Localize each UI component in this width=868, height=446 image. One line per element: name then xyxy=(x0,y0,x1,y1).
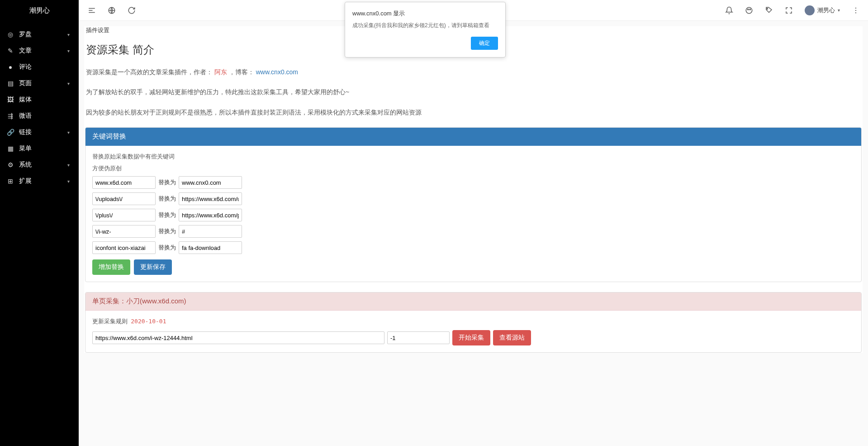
svg-point-10 xyxy=(855,12,856,13)
refresh-icon[interactable] xyxy=(128,6,136,14)
replace-to-input[interactable] xyxy=(179,241,242,254)
svg-point-6 xyxy=(749,9,750,10)
menu-icon: ▦ xyxy=(6,144,14,153)
replace-from-input[interactable] xyxy=(92,209,156,221)
single-collect-panel: 单页采集：小刀(www.x6d.com) 更新采集规则 2020-10-01 开… xyxy=(85,292,862,353)
svg-point-8 xyxy=(855,7,856,8)
replace-label: 替换为 xyxy=(158,178,176,187)
sidebar-menu: ◎ 罗盘 ▾ ✎ 文章 ▾ ● 评论 ▤ 页面 ▾ 🖼 媒体 xyxy=(0,21,79,189)
sidebar-item-page[interactable]: ▤ 页面 ▾ xyxy=(0,75,79,91)
intro-line-2: 为了解放站长的双手，减轻网站更新维护的压力，特此推出这款采集工具，希望大家用的舒… xyxy=(85,87,862,97)
globe-icon[interactable] xyxy=(108,6,116,14)
caret-down-icon: ▾ xyxy=(838,8,840,13)
replace-label: 替换为 xyxy=(158,211,176,219)
replace-label: 替换为 xyxy=(158,244,176,252)
sidebar-item-comment[interactable]: ● 评论 xyxy=(0,59,79,75)
bell-icon[interactable] xyxy=(725,6,733,14)
replace-row: 替换为 xyxy=(92,225,854,238)
rule-date: 2020-10-01 xyxy=(131,318,166,325)
intro-author: 阿东 xyxy=(214,68,227,76)
more-icon[interactable] xyxy=(852,6,860,14)
alert-body: 成功采集(抖音我和我的家乡领2元红包)，请到草稿箱查看 xyxy=(352,21,498,29)
theme-icon[interactable] xyxy=(745,6,753,14)
svg-point-4 xyxy=(746,7,752,14)
media-icon: 🖼 xyxy=(6,96,14,104)
brand-text: 潮男心 xyxy=(29,6,50,15)
sidebar-item-label: 链接 xyxy=(19,128,67,136)
sidebar-item-label: 评论 xyxy=(19,63,70,71)
replace-row: 替换为 xyxy=(92,176,854,189)
sidebar-item-micro[interactable]: ⇶ 微语 xyxy=(0,108,79,124)
view-source-button[interactable]: 查看源站 xyxy=(493,330,531,345)
chevron-down-icon: ▾ xyxy=(67,130,70,135)
intro-prefix: 资源采集是一个高效的文章采集插件，作者： xyxy=(86,68,213,76)
sidebar-item-extension[interactable]: ⊞ 扩展 ▾ xyxy=(0,173,79,189)
replace-row: 替换为 xyxy=(92,209,854,221)
collect-url-input[interactable] xyxy=(92,331,384,344)
replace-to-input[interactable] xyxy=(179,225,242,238)
system-icon: ⚙ xyxy=(6,161,14,169)
intro-line-3: 因为较多的站长朋友对于正则规则不是很熟悉，所以本插件直接封装正则语法，采用模块化… xyxy=(85,107,862,117)
sidebar-item-label: 菜单 xyxy=(19,144,70,153)
keyword-replace-panel: 关键词替换 替换原始采集数据中有些关键词 方便伪原创 替换为 替换为 xyxy=(85,127,862,282)
replace-to-input[interactable] xyxy=(179,176,242,189)
replace-label: 替换为 xyxy=(158,227,176,235)
sidebar-item-label: 罗盘 xyxy=(19,30,67,38)
sidebar-item-menu[interactable]: ▦ 菜单 xyxy=(0,140,79,157)
chevron-down-icon: ▾ xyxy=(67,81,70,86)
replace-from-input[interactable] xyxy=(92,176,156,189)
svg-point-7 xyxy=(767,8,768,9)
sidebar: 潮男心 ◎ 罗盘 ▾ ✎ 文章 ▾ ● 评论 ▤ 页面 ▾ � xyxy=(0,0,79,446)
content-scroll[interactable]: 插件设置 资源采集 简介 资源采集是一个高效的文章采集插件，作者： 阿东 ，博客… xyxy=(79,21,868,446)
replace-from-input[interactable] xyxy=(92,225,156,238)
sidebar-item-label: 文章 xyxy=(19,47,67,55)
keyword-hint-1: 替换原始采集数据中有些关键词 xyxy=(92,153,854,161)
rule-label: 更新采集规则 xyxy=(92,318,128,325)
article-icon: ✎ xyxy=(6,47,14,55)
sidebar-item-compass[interactable]: ◎ 罗盘 ▾ xyxy=(0,26,79,43)
sidebar-item-article[interactable]: ✎ 文章 ▾ xyxy=(0,43,79,59)
alert-ok-button[interactable]: 确定 xyxy=(471,37,498,50)
tag-icon[interactable] xyxy=(765,6,773,14)
svg-point-5 xyxy=(748,9,749,10)
replace-from-input[interactable] xyxy=(92,241,156,254)
intro-blog-link[interactable]: www.cnx0.com xyxy=(256,68,298,76)
sidebar-item-label: 微语 xyxy=(19,112,70,120)
keyword-hint-2: 方便伪原创 xyxy=(92,164,854,173)
chevron-down-icon: ▾ xyxy=(67,179,70,184)
rule-update-line: 更新采集规则 2020-10-01 xyxy=(92,317,854,326)
brand-logo: 潮男心 xyxy=(0,0,79,21)
add-replace-button[interactable]: 增加替换 xyxy=(92,259,130,275)
sidebar-item-system[interactable]: ⚙ 系统 ▾ xyxy=(0,157,79,173)
main-area: 潮男心 ▾ www.cnx0.com 显示 成功采集(抖音我和我的家乡领2元红包… xyxy=(79,0,868,446)
replace-label: 替换为 xyxy=(158,195,176,203)
sidebar-item-link[interactable]: 🔗 链接 ▾ xyxy=(0,124,79,140)
fullscreen-icon[interactable] xyxy=(785,6,793,14)
browser-alert-dialog: www.cnx0.com 显示 成功采集(抖音我和我的家乡领2元红包)，请到草稿… xyxy=(345,2,506,58)
sidebar-item-label: 系统 xyxy=(19,161,67,169)
save-replace-button[interactable]: 更新保存 xyxy=(134,259,172,275)
extension-icon: ⊞ xyxy=(6,177,14,185)
avatar xyxy=(805,5,815,15)
chevron-down-icon: ▾ xyxy=(67,163,70,168)
sidebar-item-label: 媒体 xyxy=(19,96,70,104)
collapse-sidebar-icon[interactable] xyxy=(88,6,96,14)
replace-to-input[interactable] xyxy=(179,192,242,205)
compass-icon: ◎ xyxy=(6,30,14,38)
keyword-panel-header: 关键词替换 xyxy=(85,128,861,146)
replace-from-input[interactable] xyxy=(92,192,156,205)
start-collect-button[interactable]: 开始采集 xyxy=(452,330,490,345)
sidebar-item-label: 扩展 xyxy=(19,177,67,185)
comment-icon: ● xyxy=(6,63,14,71)
sidebar-item-media[interactable]: 🖼 媒体 xyxy=(0,91,79,108)
intro-line-1: 资源采集是一个高效的文章采集插件，作者： 阿东 ，博客： www.cnx0.co… xyxy=(85,67,862,77)
replace-row: 替换为 xyxy=(92,192,854,205)
user-name: 潮男心 xyxy=(817,6,835,14)
collect-num-input[interactable] xyxy=(387,331,450,344)
user-menu[interactable]: 潮男心 ▾ xyxy=(805,5,840,15)
replace-to-input[interactable] xyxy=(179,209,242,221)
chevron-down-icon: ▾ xyxy=(67,48,70,53)
alert-title: www.cnx0.com 显示 xyxy=(352,10,498,18)
chevron-down-icon: ▾ xyxy=(67,32,70,37)
single-panel-header: 单页采集：小刀(www.x6d.com) xyxy=(85,293,861,311)
